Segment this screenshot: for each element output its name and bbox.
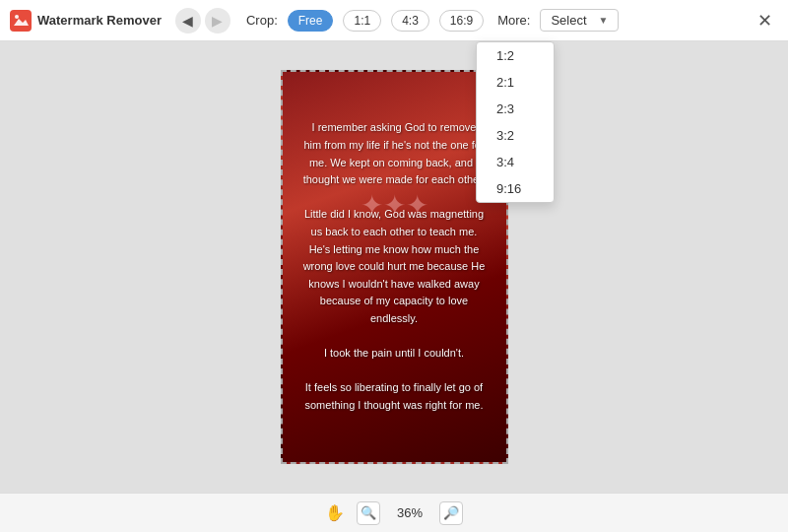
zoom-out-icon: 🔎 (443, 505, 459, 520)
crop-4-3-button[interactable]: 4:3 (391, 10, 429, 32)
crop-label: Crop: (246, 13, 278, 28)
bottom-bar: ✋ 🔍 36% 🔎 (0, 493, 788, 532)
image-text-overlay: I remember asking God to remove him from… (283, 72, 506, 462)
crop-free-button[interactable]: Free (288, 10, 334, 32)
dropdown-item-2-1[interactable]: 2:1 (477, 69, 554, 96)
dropdown-menu: 1:2 2:1 2:3 3:2 3:4 9:16 (476, 41, 555, 203)
app-logo-icon (10, 10, 32, 32)
undo-button[interactable]: ◀ (175, 8, 201, 33)
dropdown-item-2-3[interactable]: 2:3 (477, 96, 554, 122)
dropdown-item-1-2[interactable]: 1:2 (477, 42, 554, 69)
dropdown-item-3-4[interactable]: 3:4 (477, 149, 554, 175)
crop-1-1-button[interactable]: 1:1 (343, 10, 381, 32)
app-logo: Watermark Remover (10, 10, 162, 32)
image-text-content: I remember asking God to remove him from… (302, 119, 487, 414)
select-button-label: Select (551, 13, 586, 28)
crop-16-9-button[interactable]: 16:9 (439, 10, 484, 32)
dropdown-item-9-16[interactable]: 9:16 (477, 175, 554, 202)
image-container: ✦✦✦ I remember asking God to remove him … (281, 70, 508, 464)
close-button[interactable]: ✕ (751, 7, 778, 34)
zoom-level-label: 36% (392, 505, 427, 520)
select-dropdown-button[interactable]: Select ▼ (540, 9, 619, 32)
canvas-area: ✦✦✦ I remember asking God to remove him … (0, 41, 788, 493)
zoom-in-button[interactable]: 🔍 (357, 501, 380, 525)
dropdown-item-3-2[interactable]: 3:2 (477, 122, 554, 149)
chevron-down-icon: ▼ (599, 15, 609, 26)
nav-buttons: ◀ ▶ (175, 8, 230, 33)
zoom-out-button[interactable]: 🔎 (439, 501, 463, 525)
zoom-in-icon: 🔍 (361, 505, 376, 520)
redo-button[interactable]: ▶ (205, 8, 230, 33)
hand-tool-icon[interactable]: ✋ (325, 503, 345, 522)
toolbar: Watermark Remover ◀ ▶ Crop: Free 1:1 4:3… (0, 0, 788, 41)
svg-point-1 (15, 15, 19, 19)
app-name-label: Watermark Remover (37, 13, 162, 28)
more-label: More: (497, 13, 530, 28)
